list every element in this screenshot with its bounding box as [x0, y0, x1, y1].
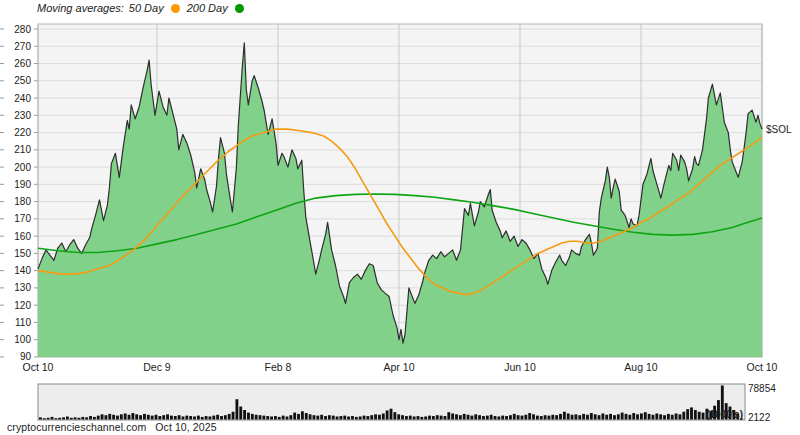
- volume-bar: [386, 410, 389, 419]
- volume-bar: [89, 416, 92, 419]
- volume-bar: [652, 415, 655, 420]
- volume-bar: [413, 416, 416, 419]
- volume-bar: [390, 409, 393, 420]
- y-axis-label: 240: [14, 93, 31, 104]
- x-axis-label: Jun 10: [504, 361, 536, 373]
- volume-bar: [628, 415, 631, 420]
- legend-title: Moving averages:: [37, 1, 124, 16]
- volume-bar: [702, 413, 705, 420]
- volume-bar: [289, 415, 292, 419]
- volume-bar: [324, 416, 327, 419]
- volume-bar: [470, 416, 473, 420]
- y-axis-label: 130: [14, 282, 31, 293]
- volume-bar: [559, 414, 562, 420]
- volume-bar: [124, 413, 127, 419]
- volume-bar: [517, 415, 520, 419]
- volume-bar: [509, 415, 512, 419]
- volume-bar: [239, 407, 242, 420]
- volume-bar: [444, 416, 447, 419]
- volume-bar: [671, 415, 674, 420]
- volume-bar: [679, 414, 682, 419]
- volume-bar: [590, 413, 593, 419]
- volume-bar: [521, 416, 524, 420]
- legend-ma50-label: 50 Day: [129, 1, 164, 16]
- volume-bar: [486, 416, 489, 420]
- volume-bar: [382, 413, 385, 419]
- volume-bar: [251, 414, 254, 420]
- volume-bar: [532, 414, 535, 419]
- y-axis-label: 260: [14, 58, 31, 69]
- volume-bar: [393, 412, 396, 419]
- volume-bar: [397, 414, 400, 419]
- volume-bar: [613, 415, 616, 419]
- volume-bar: [343, 416, 346, 420]
- volume-bar: [467, 415, 470, 420]
- volume-bar: [686, 409, 689, 419]
- volume-bar: [563, 412, 566, 420]
- y-axis-label: 150: [14, 248, 31, 259]
- volume-bar: [301, 411, 304, 419]
- volume-bar: [216, 415, 219, 420]
- y-axis-label: 120: [14, 300, 31, 311]
- x-axis-label: Feb 8: [265, 361, 292, 373]
- legend-ma200-label: 200 Day: [187, 1, 228, 16]
- volume-bar: [490, 415, 493, 420]
- volume-bar: [193, 416, 196, 419]
- volume-bar: [432, 416, 435, 419]
- volume-bar: [328, 415, 331, 419]
- volume-bar: [212, 416, 215, 420]
- volume-bar: [78, 418, 81, 420]
- volume-bar: [582, 414, 585, 420]
- volume-bar: [74, 417, 77, 419]
- x-axis-label: Oct 10: [747, 361, 778, 373]
- volume-bar: [363, 416, 366, 420]
- sol-price-volume-chart: 9010011012013014015016017018019020021022…: [0, 0, 800, 435]
- ma200-color-dot: [235, 4, 244, 13]
- volume-bar: [636, 414, 639, 419]
- y-axis-label: 170: [14, 213, 31, 224]
- ma50-color-dot: [171, 4, 180, 13]
- volume-bar: [247, 413, 250, 420]
- volume-bar: [440, 416, 443, 420]
- volume-bar: [66, 416, 69, 419]
- volume-bar: [205, 416, 208, 419]
- volume-bar: [336, 416, 339, 419]
- volume-bar: [540, 416, 543, 419]
- source-text: cryptocurrencieschannel.com: [7, 421, 146, 433]
- volume-bar: [401, 415, 404, 419]
- volume-bar: [366, 416, 369, 419]
- volume-bar: [694, 410, 697, 419]
- volume-bar: [655, 413, 658, 419]
- volume-bar: [501, 416, 504, 420]
- volume-bar: [174, 416, 177, 419]
- y-axis-label: 220: [14, 127, 31, 138]
- volume-bar: [309, 414, 312, 419]
- volume-bar: [70, 418, 73, 420]
- volume-bar: [574, 414, 577, 419]
- volume-bar: [93, 417, 96, 420]
- volume-bar: [51, 417, 54, 420]
- footer: cryptocurrencieschannel.comOct 10, 2025: [7, 421, 226, 433]
- volume-bar: [355, 417, 358, 420]
- volume-bar: [417, 416, 420, 419]
- volume-bar: [578, 415, 581, 419]
- volume-bar: [178, 415, 181, 419]
- volume-bar: [54, 418, 57, 419]
- volume-bar: [648, 414, 651, 420]
- volume-bar: [644, 412, 647, 419]
- volume-bar: [262, 416, 265, 420]
- volume-bar: [528, 413, 531, 419]
- volume-bar: [663, 415, 666, 419]
- y-axis-label: 160: [14, 231, 31, 242]
- volume-bar: [451, 413, 454, 419]
- volume-bar: [667, 414, 670, 420]
- volume-bar: [39, 417, 42, 419]
- volume-bar: [459, 415, 462, 419]
- volume-bar: [609, 414, 612, 420]
- volume-bar: [305, 413, 308, 419]
- volume-bar: [571, 415, 574, 420]
- chart-date: Oct 10, 2025: [155, 421, 216, 433]
- volume-bar: [235, 399, 238, 419]
- volume-bar: [182, 416, 185, 419]
- volume-bar: [270, 416, 273, 419]
